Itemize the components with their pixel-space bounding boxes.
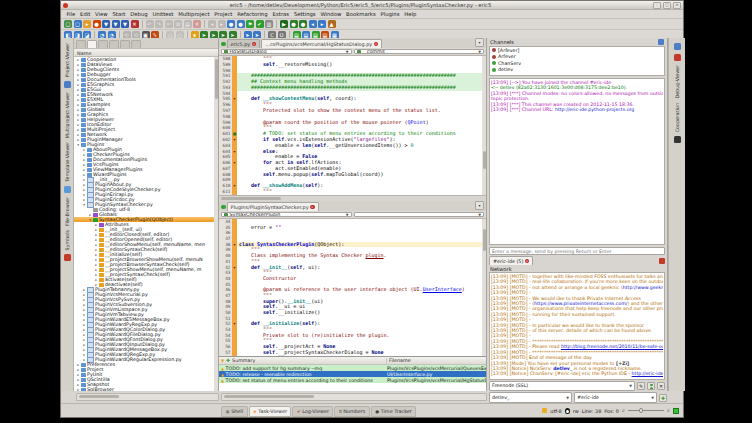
redo-icon[interactable]: ↷ (155, 20, 163, 28)
browser-tab-0[interactable] (76, 40, 86, 48)
method-selector[interactable]: ▼ (354, 212, 485, 217)
menu-extras[interactable]: Extras (270, 11, 292, 17)
expander-closed-icon[interactable]: ▸ (94, 263, 99, 267)
pin-icon[interactable] (674, 43, 681, 50)
close-icon[interactable]: ✕ (131, 20, 139, 28)
editor-hscrollbar[interactable] (221, 393, 487, 401)
expander-closed-icon[interactable]: ▸ (76, 128, 81, 132)
browser-tab-5[interactable] (131, 40, 141, 48)
expander-closed-icon[interactable]: ▸ (82, 153, 87, 157)
channel-selector[interactable]: #eric-ide▼ (574, 392, 657, 403)
expander-closed-icon[interactable]: ▸ (82, 188, 87, 192)
expander-closed-icon[interactable]: ▸ (94, 228, 99, 232)
sidebar-tab-project-viewer[interactable]: Project-Viewer (65, 43, 70, 77)
menu-debug[interactable]: Debug (128, 11, 150, 17)
browser-tab-4[interactable] (120, 40, 130, 48)
expander-closed-icon[interactable]: ▸ (82, 308, 87, 312)
save-all-icon[interactable]: ▼ (121, 20, 129, 28)
menu-start[interactable]: Start (110, 11, 128, 17)
expander-closed-icon[interactable]: ▸ (82, 338, 87, 342)
expander-closed-icon[interactable]: ▸ (94, 283, 99, 287)
pin-icon[interactable] (658, 39, 664, 45)
sidebar-tab-file-browser[interactable]: File-Browser (65, 197, 70, 226)
expander-closed-icon[interactable]: ▸ (94, 278, 99, 282)
copy-icon[interactable]: ⧉ (174, 20, 182, 28)
expander-open-icon[interactable]: ▾ (76, 143, 81, 147)
expander-closed-icon[interactable]: ▸ (94, 273, 99, 277)
expander-closed-icon[interactable]: ▸ (94, 243, 99, 247)
expander-closed-icon[interactable]: ▸ (82, 148, 87, 152)
expander-closed-icon[interactable]: ▸ (82, 318, 87, 322)
method-selector[interactable]: __commit▼ (354, 49, 485, 54)
task-row[interactable]: ▲TODO: add support for hg summary --mqPl… (219, 365, 486, 371)
tool-tab-numbers[interactable]: πNumbers (334, 406, 369, 417)
irc-user-list[interactable]: [Arfever]ArfeverChanServdetlev (489, 46, 665, 76)
maximize-button[interactable]: ▢ (663, 2, 671, 9)
channel-tab-eric-ide[interactable]: #eric-ide (5) x (489, 256, 533, 265)
editor-tab[interactable]: eric5.pyx (227, 39, 261, 48)
browser-tab-1[interactable] (87, 40, 97, 48)
symbols-icon[interactable] (64, 254, 71, 261)
tree-vertical-scrollbar[interactable] (214, 57, 218, 391)
cut-icon[interactable]: ✂ (165, 20, 173, 28)
expander-closed-icon[interactable]: ▸ (76, 58, 81, 62)
editor-tab[interactable]: Plugins/PluginSyntaxChecker.pyx (227, 202, 319, 211)
cooperation-a-icon[interactable]: ● (227, 20, 235, 28)
cooperation-b-icon[interactable]: ● (237, 20, 245, 28)
file-tree[interactable]: ▸Cooperation▸DataViews▸DebugClients▸Debu… (74, 57, 218, 391)
expander-closed-icon[interactable]: ▸ (76, 63, 81, 67)
multiproject-icon[interactable] (64, 81, 71, 88)
expander-closed-icon[interactable]: ▸ (82, 163, 87, 167)
expander-closed-icon[interactable]: ▸ (76, 78, 81, 82)
menu-window[interactable]: Window (318, 11, 344, 17)
expander-closed-icon[interactable]: ▸ (76, 98, 81, 102)
irc-chat-log[interactable]: [13:09] [-->] You have joined the channe… (489, 78, 665, 245)
identity-icon[interactable] (647, 382, 655, 390)
expander-closed-icon[interactable]: ▸ (82, 328, 87, 332)
tool-tab-shell[interactable]: ▣Shell (221, 406, 248, 417)
expander-closed-icon[interactable]: ▸ (76, 133, 81, 137)
expander-closed-icon[interactable]: ▸ (76, 118, 81, 122)
expander-closed-icon[interactable]: ▸ (94, 223, 99, 227)
expander-closed-icon[interactable]: ▸ (76, 373, 81, 377)
tab-list-button[interactable]: ▾ (475, 201, 484, 210)
expander-closed-icon[interactable]: ▸ (82, 198, 87, 202)
menu-file[interactable]: File (64, 11, 78, 17)
close-button[interactable]: ✕ (673, 2, 681, 9)
expander-open-icon[interactable]: ▾ (82, 203, 87, 207)
tree-hscrollbar[interactable] (76, 393, 219, 401)
new-window-icon[interactable]: ▢ (64, 20, 72, 28)
expander-closed-icon[interactable]: ▸ (82, 183, 87, 187)
menu-refactoring[interactable]: Refactoring (235, 11, 270, 17)
browser-column-header[interactable]: Name (74, 48, 218, 57)
nick-selector[interactable]: detlev_▼ (489, 392, 572, 403)
filter-icon[interactable]: ▼ (221, 358, 224, 363)
zoom-slider[interactable] (628, 407, 664, 414)
panel-icon[interactable]: ▥ (265, 20, 273, 28)
record-icon[interactable]: ● (93, 20, 101, 28)
chat-icon[interactable]: ⚑ (246, 20, 254, 28)
linux-penguin-icon[interactable] (565, 408, 570, 414)
expander-closed-icon[interactable]: ▸ (76, 138, 81, 142)
menu-view[interactable]: View (93, 11, 110, 17)
expander-closed-icon[interactable]: ▸ (82, 303, 87, 307)
add-task-icon[interactable]: ✚ (226, 358, 230, 363)
expander-closed-icon[interactable]: ▸ (82, 293, 87, 297)
expander-open-icon[interactable]: ▾ (88, 218, 93, 222)
tool-tab-task-viewer[interactable]: ➤Task-Viewer (249, 406, 292, 417)
sidebar-tab-multiproject-viewer[interactable]: Multiproject-Viewer (65, 92, 70, 138)
expander-closed-icon[interactable]: ▸ (82, 288, 87, 292)
expander-closed-icon[interactable]: ▸ (76, 383, 81, 387)
edit-network-icon[interactable]: ✎ (637, 382, 645, 390)
debug-a-icon[interactable]: ● (290, 20, 298, 28)
home-icon[interactable]: ▲ (328, 20, 336, 28)
task-viewer-header[interactable]: ▼ ✚ Summary Filename (219, 357, 486, 365)
expander-closed-icon[interactable]: ▸ (82, 173, 87, 177)
open-file-icon[interactable]: ▸ (83, 20, 91, 28)
menu-help[interactable]: Help (402, 11, 419, 17)
sidebar-tab-template-viewer[interactable]: Template-Viewer (65, 142, 70, 182)
run-icon[interactable]: ▶ (280, 20, 288, 28)
expander-closed-icon[interactable]: ▸ (94, 248, 99, 252)
expander-closed-icon[interactable]: ▸ (82, 298, 87, 302)
task-row[interactable]: ▲TODO: release - reenable redirectionUI/… (219, 371, 486, 377)
